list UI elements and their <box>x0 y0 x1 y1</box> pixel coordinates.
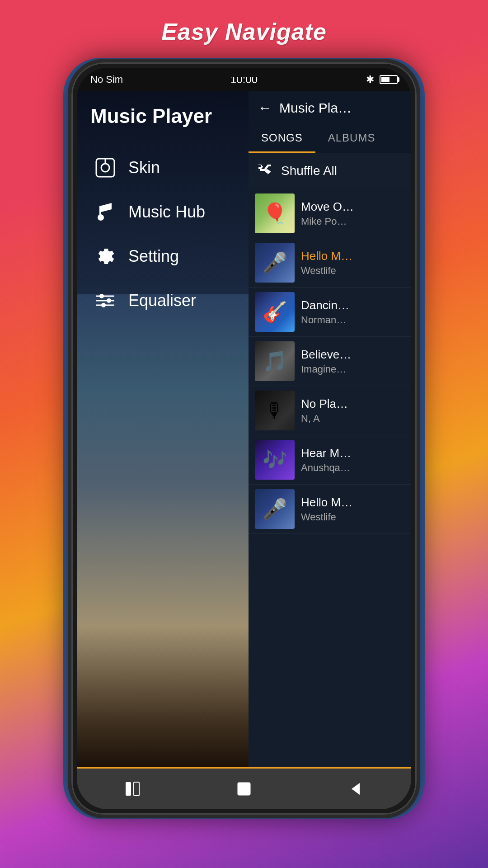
song-thumb-7: 🎤 <box>255 489 295 529</box>
svg-rect-4 <box>99 206 101 218</box>
song-info-2: Hello M… Westlife <box>301 249 405 277</box>
sidebar-item-equaliser[interactable]: Equaliser <box>86 278 239 323</box>
song-artist-4: Imagine… <box>301 363 405 375</box>
svg-point-11 <box>101 303 106 307</box>
phone-shell: No Sim 10:00 ✱ Music Player <box>68 59 420 818</box>
setting-label: Setting <box>128 247 179 266</box>
song-artist-7: Westlife <box>301 511 405 523</box>
nav-home-button[interactable] <box>230 775 258 802</box>
song-info-6: Hear M… Anushqa… <box>301 446 405 474</box>
phone-screen: No Sim 10:00 ✱ Music Player <box>77 68 411 809</box>
song-item-6[interactable]: 🎶 Hear M… Anushqa… <box>249 435 411 485</box>
sidebar-item-skin[interactable]: Skin <box>86 146 239 190</box>
svg-marker-15 <box>352 783 360 795</box>
tab-songs[interactable]: SONGS <box>249 124 315 153</box>
song-item-7[interactable]: 🎤 Hello M… Westlife <box>249 485 411 534</box>
music-hub-icon <box>93 200 117 224</box>
sidebar-item-setting[interactable]: Setting <box>86 234 239 278</box>
song-list: 🎈 Move O… Mike Po… 🎤 Hello M… <box>249 189 411 769</box>
song-info-7: Hello M… Westlife <box>301 495 405 523</box>
panel-title: Music Pla… <box>279 100 352 116</box>
song-thumb-6: 🎶 <box>255 440 295 480</box>
song-thumb-5: 🎙 <box>255 391 295 430</box>
sidebar-item-music-hub[interactable]: Music Hub <box>86 190 239 234</box>
bottom-nav <box>77 769 411 809</box>
svg-rect-13 <box>134 782 139 796</box>
song-title-4: Believe… <box>301 348 405 362</box>
battery-icon <box>380 75 398 84</box>
song-info-3: Dancin… Norman… <box>301 298 405 326</box>
song-title-5: No Pla… <box>301 397 405 411</box>
song-panel: ← Music Pla… SONGS ALBUMS Shu <box>249 91 411 769</box>
skin-icon <box>93 156 117 180</box>
song-title-6: Hear M… <box>301 446 405 460</box>
music-hub-label: Music Hub <box>128 203 205 222</box>
gear-icon <box>93 244 117 269</box>
svg-marker-5 <box>101 203 112 212</box>
battery-fill <box>381 77 389 82</box>
song-title-1: Move O… <box>301 200 405 214</box>
svg-rect-12 <box>126 782 131 796</box>
song-panel-header: ← Music Pla… <box>249 91 411 124</box>
speaker-slot <box>221 71 267 77</box>
song-item-3[interactable]: 🎸 Dancin… Norman… <box>249 288 411 337</box>
song-thumb-4: 🎵 <box>255 341 295 381</box>
sidebar-title: Music Player <box>77 91 249 146</box>
carrier-label: No Sim <box>90 74 123 85</box>
screen-content: Music Player Skin <box>77 91 411 769</box>
song-title-2: Hello M… <box>301 249 405 263</box>
shuffle-row[interactable]: Shuffle All <box>249 153 411 189</box>
shuffle-label: Shuffle All <box>281 164 337 178</box>
song-item-5[interactable]: 🎙 No Pla… N, A <box>249 386 411 435</box>
song-info-5: No Pla… N, A <box>301 397 405 425</box>
song-artist-5: N, A <box>301 413 405 425</box>
song-title-3: Dancin… <box>301 298 405 312</box>
panel-back-button[interactable]: ← <box>258 99 272 116</box>
song-artist-3: Norman… <box>301 314 405 326</box>
tab-albums[interactable]: ALBUMS <box>315 124 388 153</box>
equaliser-label: Equaliser <box>128 291 196 310</box>
song-thumb-2: 🎤 <box>255 243 295 283</box>
song-item-2[interactable]: 🎤 Hello M… Westlife <box>249 238 411 288</box>
nav-recent-button[interactable] <box>119 775 146 802</box>
song-info-1: Move O… Mike Po… <box>301 200 405 227</box>
song-thumb-3: 🎸 <box>255 292 295 332</box>
bluetooth-icon: ✱ <box>366 74 374 85</box>
sidebar: Music Player Skin <box>77 91 249 769</box>
tab-bar: SONGS ALBUMS <box>249 124 411 153</box>
song-artist-2: Westlife <box>301 265 405 277</box>
nav-back-button[interactable] <box>342 775 369 802</box>
song-title-7: Hello M… <box>301 495 405 509</box>
svg-point-9 <box>107 298 111 303</box>
svg-point-1 <box>101 164 109 172</box>
song-artist-6: Anushqa… <box>301 462 405 474</box>
song-info-4: Believe… Imagine… <box>301 348 405 375</box>
skin-label: Skin <box>128 158 160 177</box>
sidebar-menu: Skin Music Hub <box>77 146 249 323</box>
song-item-1[interactable]: 🎈 Move O… Mike Po… <box>249 189 411 238</box>
page-title: Easy Navigate <box>161 18 327 45</box>
svg-rect-14 <box>238 783 250 795</box>
equaliser-icon <box>93 288 117 313</box>
shuffle-icon <box>258 161 274 181</box>
svg-point-7 <box>99 294 104 298</box>
song-artist-1: Mike Po… <box>301 216 405 227</box>
song-item-4[interactable]: 🎵 Believe… Imagine… <box>249 337 411 386</box>
song-thumb-1: 🎈 <box>255 193 295 233</box>
status-icons: ✱ <box>366 74 398 85</box>
